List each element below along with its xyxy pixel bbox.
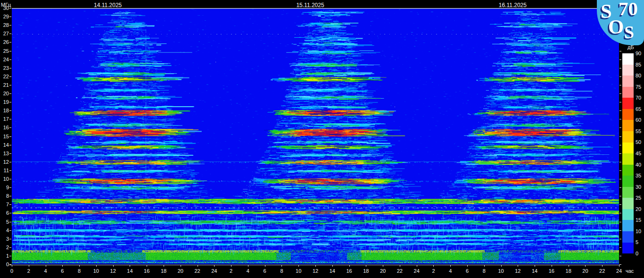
x-axis-label: 0 bbox=[8, 268, 16, 274]
y-axis-tick-right bbox=[619, 247, 621, 248]
y-axis-label: 28 bbox=[0, 22, 9, 28]
colorbar-tick-label: 40 bbox=[636, 162, 641, 168]
y-axis-tick bbox=[9, 196, 11, 196]
colorbar-segment bbox=[622, 65, 634, 76]
y-axis-tick-right bbox=[619, 153, 621, 154]
colorbar-scale bbox=[622, 53, 634, 253]
y-axis-tick-right bbox=[619, 196, 621, 196]
x-axis-label: 24 bbox=[210, 268, 218, 274]
logo-letter-s-bottom: S bbox=[624, 23, 634, 41]
colorbar-segment bbox=[622, 165, 634, 176]
x-axis-label: 20 bbox=[379, 268, 387, 274]
y-axis-tick bbox=[9, 213, 11, 213]
colorbar-segment bbox=[622, 131, 634, 143]
colorbar-tick-label: 60 bbox=[636, 117, 641, 123]
x-axis-label: 20 bbox=[581, 268, 589, 274]
x-axis-label: 12 bbox=[312, 268, 319, 274]
colorbar-tick-label: 45 bbox=[636, 151, 641, 156]
colorbar-segment bbox=[622, 120, 634, 131]
y-axis-label: 16 bbox=[0, 125, 9, 130]
y-axis-label: 9 bbox=[0, 185, 9, 190]
y-axis-label: 0 bbox=[0, 261, 9, 267]
date-label-day1: 14.11.2025 bbox=[94, 2, 122, 8]
colorbar-segment bbox=[622, 76, 634, 87]
x-axis-label: 14 bbox=[329, 268, 336, 274]
x-axis-label: 4 bbox=[42, 268, 50, 274]
colorbar-segment bbox=[622, 198, 634, 209]
x-axis-label: 4 bbox=[244, 268, 252, 274]
y-axis-tick bbox=[9, 153, 11, 154]
y-axis-tick bbox=[9, 110, 11, 111]
x-axis-label: 12 bbox=[109, 268, 117, 274]
y-axis-label: 14 bbox=[0, 142, 9, 148]
colorbar-tick-label: 80 bbox=[636, 73, 641, 78]
x-axis-label: 22 bbox=[598, 268, 606, 274]
x-axis-label: 2 bbox=[429, 268, 437, 274]
y-axis-tick bbox=[9, 25, 11, 25]
y-axis-tick-right bbox=[619, 170, 621, 171]
y-axis-label: 17 bbox=[0, 116, 9, 122]
colorbar-tick-label: 5 bbox=[636, 239, 638, 245]
y-axis-tick bbox=[9, 8, 11, 8]
colorbar-segment bbox=[622, 231, 634, 243]
y-axis-label: 30 bbox=[0, 5, 9, 11]
y-axis-tick bbox=[9, 256, 11, 256]
y-axis-tick bbox=[9, 102, 11, 102]
x-axis-label: 24 bbox=[615, 268, 623, 274]
y-axis-tick-right bbox=[619, 119, 621, 119]
x-axis-label: 2 bbox=[227, 268, 235, 274]
y-axis-label: 5 bbox=[0, 219, 9, 225]
y-axis-label: 18 bbox=[0, 108, 9, 113]
y-axis-tick bbox=[9, 85, 11, 85]
y-axis-tick bbox=[9, 127, 11, 128]
x-axis-label: 10 bbox=[497, 268, 505, 274]
y-axis-label: 22 bbox=[0, 74, 9, 79]
colorbar-segment bbox=[622, 243, 634, 254]
y-axis-label: 15 bbox=[0, 134, 9, 139]
colorbar-tick-label: 25 bbox=[636, 195, 641, 201]
y-axis-label: 21 bbox=[0, 82, 9, 88]
y-axis-tick bbox=[9, 17, 11, 17]
colorbar-segment bbox=[622, 187, 634, 198]
colorbar-segment bbox=[622, 53, 634, 65]
x-axis-label: 4 bbox=[446, 268, 454, 274]
y-axis-tick-right bbox=[619, 51, 621, 51]
colorbar-tick-label: 70 bbox=[636, 95, 641, 101]
y-axis-tick bbox=[9, 230, 11, 231]
y-axis-tick bbox=[9, 119, 11, 119]
x-axis-label: 6 bbox=[58, 268, 66, 274]
y-axis-tick bbox=[9, 204, 11, 205]
y-axis-tick-right bbox=[619, 187, 621, 188]
y-axis-tick bbox=[9, 179, 11, 179]
x-axis-label: 8 bbox=[75, 268, 83, 274]
y-axis-label: 11 bbox=[0, 168, 9, 173]
colorbar-tick-label: 90 bbox=[636, 51, 641, 56]
y-axis-label: 7 bbox=[0, 202, 9, 207]
x-axis-label: 24 bbox=[413, 268, 421, 274]
x-axis-label: 22 bbox=[396, 268, 404, 274]
y-axis-tick bbox=[9, 68, 11, 68]
colorbar-segment bbox=[622, 153, 634, 165]
y-axis-label: 8 bbox=[0, 193, 9, 199]
y-axis-tick-right bbox=[619, 76, 621, 77]
x-axis-label: 16 bbox=[548, 268, 555, 274]
y-axis-tick-right bbox=[619, 110, 621, 111]
x-axis-label: 14 bbox=[126, 268, 133, 274]
y-axis-label: 27 bbox=[0, 31, 9, 36]
colorbar-segment bbox=[622, 143, 634, 154]
y-axis-tick bbox=[9, 222, 11, 222]
x-axis-label: 8 bbox=[278, 268, 285, 274]
y-axis-tick-right bbox=[619, 127, 621, 128]
colorbar-tick-label: 55 bbox=[636, 128, 641, 134]
x-axis-label: 18 bbox=[362, 268, 370, 274]
y-axis-tick bbox=[9, 162, 11, 162]
colorbar-tick-label: 35 bbox=[636, 173, 641, 178]
colorbar-tick-label: 10 bbox=[636, 228, 641, 234]
x-axis-label: 22 bbox=[194, 268, 201, 274]
spectrogram-canvas bbox=[12, 8, 619, 264]
y-axis-tick-right bbox=[619, 93, 621, 94]
y-axis-tick-right bbox=[619, 162, 621, 162]
x-axis-label: 10 bbox=[295, 268, 302, 274]
x-axis-label: 6 bbox=[261, 268, 269, 274]
x-axis-label: 14 bbox=[531, 268, 538, 274]
